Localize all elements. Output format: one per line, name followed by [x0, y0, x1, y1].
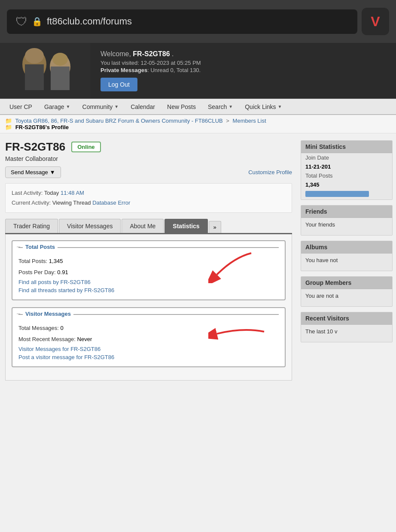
- quick-links-arrow-icon: ▼: [278, 104, 282, 109]
- profile-right-sidebar: Mini Statistics Join Date 11-21-201 Tota…: [297, 140, 396, 381]
- welcome-text: Welcome, FR-S2GT86 .: [101, 50, 386, 58]
- last-visit-text: You last visited: 12-05-2023 at 05:25 PM: [101, 60, 386, 66]
- online-status-badge: Online: [71, 142, 101, 152]
- breadcrumb: 📁 Toyota GR86, 86, FR-S and Subaru BRZ F…: [0, 115, 396, 133]
- total-posts-value-row: 1,345: [301, 180, 392, 189]
- nav-item-community[interactable]: Community ▼: [76, 100, 125, 114]
- nav-item-search[interactable]: Search ▼: [202, 100, 239, 114]
- nav-item-quick-links[interactable]: Quick Links ▼: [239, 100, 288, 114]
- friends-section: Friends Your friends: [301, 205, 393, 236]
- activity-box: Last Activity: Today 11:48 AM Current Ac…: [5, 183, 292, 213]
- visitor-messages-section: Visitor Messages Total Messages: 0 Most …: [12, 307, 286, 367]
- friends-title: Friends: [301, 206, 392, 218]
- profile-title: Master Collaborator: [5, 155, 292, 162]
- total-posts-section: Total Posts Total Posts: 1,345 Posts Per…: [12, 240, 286, 300]
- recent-visitors-body: The last 10 v: [301, 325, 392, 342]
- total-posts-row: Total Posts: 1,345: [18, 257, 279, 266]
- mini-stats-title: Mini Statistics: [301, 141, 392, 153]
- browser-chrome: 🛡 🔒 ft86club.com/forums V: [0, 0, 396, 43]
- send-message-arrow-icon: ▼: [50, 169, 55, 175]
- sidebar-total-posts-value: 1,345: [305, 181, 320, 188]
- browser-logo: V: [362, 8, 389, 35]
- most-recent-row: Most Recent Message: Never: [18, 335, 279, 344]
- post-visitor-message-link[interactable]: Post a visitor message for FR-S2GT86: [18, 354, 279, 360]
- nav-item-usercp[interactable]: User CP: [3, 100, 38, 114]
- visitor-messages-link[interactable]: Visitor Messages for FR-S2GT86: [18, 346, 279, 352]
- friends-body: Your friends: [301, 218, 392, 235]
- recent-visitors-section: Recent Visitors The last 10 v: [301, 312, 393, 342]
- lock-icon: 🔒: [32, 16, 43, 27]
- profile-name-row: FR-S2GT86 Online: [5, 140, 292, 154]
- visitor-messages-annotation-container: Visitor Messages Total Messages: 0 Most …: [12, 307, 286, 367]
- tab-visitor-messages[interactable]: Visitor Messages: [59, 219, 121, 233]
- nav-item-new-posts[interactable]: New Posts: [161, 100, 202, 114]
- total-posts-annotation-container: Total Posts Total Posts: 1,345 Posts Per…: [12, 240, 286, 300]
- action-bar: Send Message ▼ Customize Profile: [5, 166, 292, 178]
- profile-left: FR-S2GT86 Online Master Collaborator Sen…: [0, 140, 297, 381]
- albums-section: Albums You have not: [301, 241, 393, 271]
- header-username: FR-S2GT86: [133, 50, 170, 57]
- garage-arrow-icon: ▼: [66, 104, 70, 109]
- navigation-bar: User CP Garage ▼ Community ▼ Calendar Ne…: [0, 99, 396, 115]
- tab-content-statistics: Total Posts Total Posts: 1,345 Posts Per…: [5, 234, 292, 381]
- join-date-row: Join Date: [301, 153, 392, 162]
- sidebar-total-posts-label: Total Posts: [305, 172, 333, 179]
- send-message-label: Send Message: [11, 169, 48, 175]
- profile-username: FR-S2GT86: [5, 140, 65, 154]
- group-members-body: You are not a: [301, 289, 392, 306]
- search-arrow-icon: ▼: [228, 104, 233, 109]
- nav-item-calendar[interactable]: Calendar: [125, 100, 161, 114]
- tab-statistics[interactable]: Statistics: [164, 219, 207, 233]
- shield-icon: 🛡: [15, 15, 27, 29]
- header-banner-image: [0, 43, 90, 99]
- address-bar[interactable]: 🛡 🔒 ft86club.com/forums: [7, 9, 357, 34]
- join-date-value-row: 11-21-201: [301, 162, 392, 171]
- total-posts-label-row: Total Posts: [301, 171, 392, 180]
- current-activity-row: Current Activity: Viewing Thread Databas…: [12, 198, 286, 208]
- main-content: FR-S2GT86 Online Master Collaborator Sen…: [0, 133, 396, 387]
- breadcrumb-profile-icon: 📁: [5, 124, 12, 130]
- mini-stats-section: Mini Statistics Join Date 11-21-201 Tota…: [301, 140, 393, 200]
- breadcrumb-current: FR-S2GT86's Profile: [15, 124, 69, 130]
- svg-rect-7: [0, 43, 90, 99]
- total-posts-bar: [305, 191, 369, 197]
- posts-per-day-row: Posts Per Day: 0.91: [18, 268, 279, 277]
- breadcrumb-home-icon: 📁: [5, 118, 12, 124]
- breadcrumb-separator: >: [226, 118, 229, 124]
- find-posts-link[interactable]: Find all posts by FR-S2GT86: [18, 279, 279, 285]
- total-messages-row: Total Messages: 0: [18, 323, 279, 333]
- nav-item-garage[interactable]: Garage ▼: [38, 100, 76, 114]
- recent-visitors-title: Recent Visitors: [301, 312, 392, 325]
- breadcrumb-home-link[interactable]: Toyota GR86, 86, FR-S and Subaru BRZ For…: [15, 118, 222, 124]
- tab-more-button[interactable]: »: [209, 221, 221, 233]
- send-message-button[interactable]: Send Message ▼: [5, 166, 61, 178]
- join-date-value: 11-21-201: [305, 163, 331, 170]
- site-header: Welcome, FR-S2GT86 . You last visited: 1…: [0, 43, 396, 99]
- logout-button[interactable]: Log Out: [101, 78, 137, 91]
- last-activity-row: Last Activity: Today 11:48 AM: [12, 188, 286, 198]
- header-welcome-area: Welcome, FR-S2GT86 . You last visited: 1…: [90, 43, 396, 98]
- community-arrow-icon: ▼: [114, 104, 119, 109]
- tab-trader-rating[interactable]: Trader Rating: [5, 219, 58, 233]
- breadcrumb-members-link[interactable]: Members List: [233, 118, 266, 124]
- pm-text: Private Messages: Unread 0, Total 130.: [101, 67, 386, 73]
- group-members-section: Group Members You are not a: [301, 276, 393, 307]
- database-error-link[interactable]: Database Error: [92, 200, 130, 206]
- tab-about-me[interactable]: About Me: [122, 219, 164, 233]
- visitor-messages-section-title: Visitor Messages: [23, 311, 73, 317]
- join-date-label: Join Date: [305, 154, 329, 161]
- find-threads-link[interactable]: Find all threads started by FR-S2GT86: [18, 287, 279, 293]
- albums-body: You have not: [301, 254, 392, 271]
- tabs-row: Trader Rating Visitor Messages About Me …: [5, 219, 292, 234]
- total-posts-section-title: Total Posts: [23, 244, 58, 250]
- group-members-title: Group Members: [301, 277, 392, 289]
- customize-profile-link[interactable]: Customize Profile: [248, 169, 292, 175]
- url-text: ft86club.com/forums: [47, 16, 349, 27]
- albums-title: Albums: [301, 241, 392, 254]
